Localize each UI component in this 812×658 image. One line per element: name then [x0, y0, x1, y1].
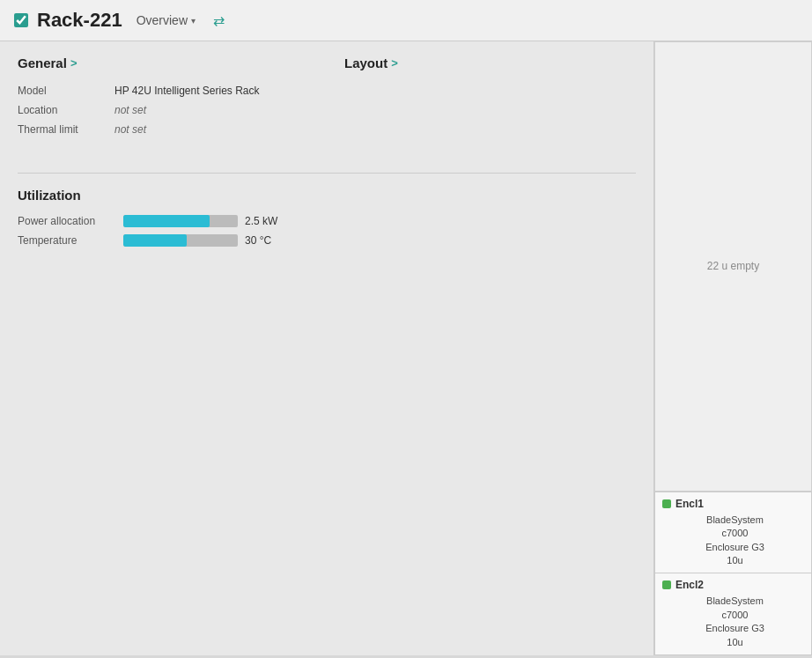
- temperature-bar-bg: [123, 234, 238, 247]
- model-label: Model: [18, 83, 114, 99]
- general-title: General: [18, 55, 67, 70]
- location-value: not set: [114, 102, 309, 118]
- general-heading[interactable]: General >: [18, 55, 309, 70]
- temperature-bar-container: 30 °C: [123, 234, 271, 247]
- layout-chevron-icon: >: [391, 56, 398, 70]
- empty-label: 22 u empty: [707, 260, 759, 272]
- rack-title: Rack-221: [37, 9, 122, 32]
- enclosure-1-header: Encl1: [662, 498, 804, 510]
- enclosure-1-model-line3: Enclosure G3: [705, 542, 764, 552]
- enclosure-2-status-icon: [662, 580, 671, 589]
- enclosure-1-details: BladeSystem c7000 Enclosure G3 10u: [662, 514, 804, 568]
- utilization-section: Utilization Power allocation 2.5 kW Temp…: [18, 188, 636, 247]
- enclosure-2-name: Encl2: [675, 579, 704, 591]
- main-content: General > Model HP 42U Intelligent Serie…: [0, 41, 812, 655]
- general-chevron-icon: >: [70, 56, 78, 70]
- power-allocation-bar-fill: [123, 215, 210, 227]
- overview-dropdown[interactable]: Overview ▾: [131, 10, 201, 31]
- enclosure-2-model-line3: Enclosure G3: [705, 623, 764, 633]
- layout-title: Layout: [344, 55, 388, 70]
- enclosure-1-name: Encl1: [675, 498, 704, 510]
- general-section: General > Model HP 42U Intelligent Serie…: [18, 55, 309, 155]
- power-allocation-value: 2.5 kW: [245, 215, 277, 227]
- power-allocation-bar-container: 2.5 kW: [123, 215, 277, 227]
- rack-empty-space: 22 u empty: [654, 41, 812, 492]
- utilization-title: Utilization: [18, 188, 81, 203]
- enclosure-1-model-line2: c7000: [722, 528, 749, 538]
- temperature-label: Temperature: [18, 234, 114, 247]
- power-allocation-label: Power allocation: [18, 215, 114, 227]
- enclosure-2-model-line1: BladeSystem: [706, 595, 764, 606]
- divider: [18, 173, 636, 174]
- sync-icon[interactable]: ⇄: [213, 12, 225, 29]
- page-wrapper: Rack-221 Overview ▾ ⇄ General > Model: [0, 0, 812, 658]
- enclosure-2[interactable]: Encl2 BladeSystem c7000 Enclosure G3 10u: [654, 573, 812, 655]
- right-panel: 22 u empty Encl1 BladeSystem c7000 Enclo…: [653, 41, 812, 655]
- left-panel: General > Model HP 42U Intelligent Serie…: [0, 41, 653, 655]
- enclosure-2-size: 10u: [727, 637, 742, 647]
- temperature-row: Temperature 30 °C: [18, 234, 636, 247]
- enclosure-2-header: Encl2: [662, 579, 804, 591]
- chevron-down-icon: ▾: [191, 16, 196, 26]
- enclosure-1-model-line1: BladeSystem: [706, 514, 764, 525]
- layout-section: Layout >: [344, 55, 636, 155]
- enclosure-2-model-line2: c7000: [722, 610, 749, 620]
- temperature-bar-fill: [123, 234, 187, 247]
- top-sections: General > Model HP 42U Intelligent Serie…: [18, 55, 636, 155]
- layout-heading[interactable]: Layout >: [344, 55, 636, 70]
- overview-label: Overview: [137, 13, 188, 27]
- power-allocation-bar-bg: [123, 215, 238, 227]
- enclosure-1-status-icon: [662, 499, 671, 508]
- rack-checkbox[interactable]: [14, 13, 28, 27]
- enclosure-1[interactable]: Encl1 BladeSystem c7000 Enclosure G3 10u: [654, 492, 812, 574]
- power-allocation-row: Power allocation 2.5 kW: [18, 215, 636, 227]
- enclosure-2-details: BladeSystem c7000 Enclosure G3 10u: [662, 595, 804, 649]
- temperature-value: 30 °C: [245, 234, 271, 247]
- rack-diagram: 22 u empty Encl1 BladeSystem c7000 Enclo…: [654, 41, 812, 655]
- thermal-limit-value: not set: [114, 122, 309, 137]
- general-info-table: Model HP 42U Intelligent Series Rack Loc…: [18, 83, 309, 137]
- location-label: Location: [18, 102, 114, 118]
- thermal-limit-label: Thermal limit: [18, 122, 114, 137]
- header-bar: Rack-221 Overview ▾ ⇄: [0, 0, 812, 41]
- enclosure-1-size: 10u: [727, 555, 742, 566]
- utilization-heading: Utilization: [18, 188, 636, 203]
- model-value: HP 42U Intelligent Series Rack: [114, 83, 309, 99]
